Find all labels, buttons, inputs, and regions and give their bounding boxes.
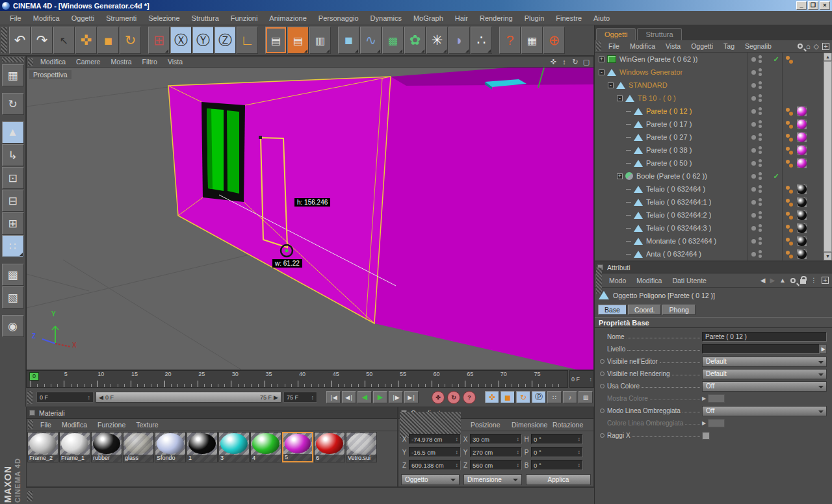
- key-position-toggle[interactable]: ✜: [485, 391, 499, 403]
- om-menu-item[interactable]: File: [603, 42, 625, 50]
- object-tree-row[interactable]: Parete ( 0 12 ) ✓: [595, 105, 824, 118]
- menu-item[interactable]: Plugin: [519, 14, 551, 22]
- material-name[interactable]: Sfondo: [155, 455, 185, 462]
- phong-tag-icon[interactable]: [786, 120, 794, 129]
- attr-menu-item[interactable]: Modo: [604, 277, 631, 284]
- sep3[interactable]: [2, 258, 24, 263]
- visibility-dots[interactable]: [747, 208, 770, 221]
- material-name[interactable]: rubber: [92, 455, 122, 462]
- object-name[interactable]: Parete ( 0 50 ): [646, 159, 692, 167]
- spinner-arrows-icon[interactable]: ↕: [590, 376, 593, 383]
- position-field[interactable]: -16.5 cm↕: [409, 447, 461, 457]
- object-tree-row[interactable]: Telaio ( 0 632464:3 ) ✓: [595, 221, 824, 234]
- model-mode-icon[interactable]: ▲: [2, 121, 24, 144]
- lock-x-axis-icon[interactable]: Ⓧ: [170, 27, 192, 54]
- texture-tag-icon[interactable]: [797, 197, 807, 207]
- scrollbar-thumb[interactable]: [824, 61, 832, 252]
- add-scene-icon[interactable]: ◗: [448, 27, 470, 54]
- object-name[interactable]: Parete ( 0 27 ): [646, 133, 692, 141]
- phong-tag-icon[interactable]: [786, 107, 794, 116]
- key-rotation-toggle[interactable]: ↻: [516, 391, 530, 403]
- visibility-dots[interactable]: [747, 53, 770, 66]
- coordinate-mode-dropdown[interactable]: Oggetto: [401, 474, 460, 485]
- zoom-view-icon[interactable]: ↕: [560, 58, 569, 66]
- sep2[interactable]: [259, 27, 265, 54]
- object-name[interactable]: Telaio ( 0 632464:3 ): [646, 224, 711, 232]
- edge-mode-icon[interactable]: ⊟: [2, 190, 24, 212]
- material-name[interactable]: 1: [187, 455, 217, 462]
- palette-drag-handle[interactable]: [2, 57, 24, 62]
- online-updater-icon[interactable]: ⊕: [543, 27, 565, 54]
- help-icon[interactable]: ?: [499, 27, 521, 54]
- texture-tag-icon[interactable]: [797, 249, 807, 259]
- object-type-icon[interactable]: [607, 55, 616, 63]
- tag-column[interactable]: [782, 221, 824, 234]
- apply-button[interactable]: Applica: [526, 474, 591, 485]
- object-name[interactable]: Parete ( 0 17 ): [646, 120, 692, 128]
- texture-tag-icon[interactable]: [797, 132, 807, 142]
- phong-tag-icon[interactable]: [786, 55, 794, 64]
- texture-tag-icon[interactable]: [797, 236, 807, 246]
- texture-tag-icon[interactable]: [797, 223, 807, 233]
- om-menu-item[interactable]: Oggetti: [686, 42, 718, 50]
- menu-item[interactable]: Oggetti: [66, 14, 100, 22]
- object-type-icon[interactable]: [634, 147, 643, 154]
- phong-tag-icon[interactable]: [786, 133, 794, 142]
- object-type-icon[interactable]: [607, 69, 616, 76]
- menu-item[interactable]: Strumenti: [100, 14, 142, 22]
- sound-toggle[interactable]: ♪: [563, 391, 577, 403]
- goto-end-button[interactable]: ▶∣: [404, 391, 419, 403]
- om-drag-handle[interactable]: [596, 42, 601, 51]
- redo-icon[interactable]: ↷: [31, 27, 53, 54]
- phong-tag-icon[interactable]: [786, 211, 794, 220]
- menu-item[interactable]: Animazione: [263, 14, 312, 22]
- key-pla-toggle[interactable]: ∷: [547, 391, 562, 403]
- key-parameter-toggle[interactable]: Ⓟ: [532, 391, 546, 403]
- title-bar[interactable]: CINEMA 4D - [Windows Generator.c4d *] _❐…: [0, 0, 832, 11]
- rotation-field[interactable]: 0 °↕: [531, 447, 583, 457]
- position-field[interactable]: -74.978 cm↕: [409, 434, 461, 444]
- visibility-dots[interactable]: [747, 92, 770, 105]
- material-name[interactable]: 6: [315, 455, 344, 462]
- phong-tag-icon[interactable]: [786, 250, 794, 258]
- add-deformer-icon[interactable]: ✳: [426, 27, 448, 54]
- tag-column[interactable]: [782, 118, 824, 131]
- transport-drag-handle[interactable]: [27, 391, 32, 404]
- attr-menu-item[interactable]: Dati Utente: [667, 277, 712, 284]
- camera-label[interactable]: Prospettiva: [29, 70, 72, 79]
- phong-tag-icon[interactable]: [786, 237, 794, 246]
- viewport-menu-item[interactable]: Camere: [71, 58, 105, 66]
- object-type-icon[interactable]: [634, 186, 643, 193]
- viewport[interactable]: ModificaCamereMostraFiltroVista ✜↕↻▢: [26, 56, 594, 370]
- toolbar-drag-handle[interactable]: [1, 27, 7, 53]
- object-tree-row[interactable]: STANDARD ✓: [595, 79, 824, 92]
- lock-y-axis-icon[interactable]: Ⓨ: [192, 27, 214, 54]
- texture-axis-mode-icon[interactable]: ▧: [2, 286, 24, 309]
- add-nurbs-icon[interactable]: ▩: [382, 27, 404, 54]
- material-name[interactable]: Frame_2: [28, 455, 58, 462]
- autokeying-button[interactable]: ↻: [447, 391, 460, 404]
- object-type-icon[interactable]: [634, 121, 643, 128]
- visibility-dots[interactable]: [747, 247, 770, 260]
- tag-column[interactable]: [782, 131, 824, 144]
- lock-icon[interactable]: [800, 279, 806, 284]
- range-left-arrow-icon[interactable]: ◀: [99, 394, 103, 401]
- visibility-dots[interactable]: [747, 131, 770, 144]
- maximize-view-icon[interactable]: ▢: [582, 58, 591, 66]
- object-tree-row[interactable]: Parete ( 0 27 ) ✓: [595, 131, 824, 144]
- visibility-dots[interactable]: [747, 234, 770, 247]
- object-name[interactable]: Telaio ( 0 632464:2 ): [646, 211, 711, 219]
- object-tree-row[interactable]: Windows Generator ✓: [595, 66, 824, 79]
- menu-item[interactable]: Funzioni: [225, 14, 264, 22]
- menu-item[interactable]: Aiuto: [588, 14, 616, 22]
- tag-column[interactable]: [782, 105, 824, 118]
- viewport-menu-item[interactable]: Filtro: [137, 58, 162, 66]
- size-field[interactable]: 560 cm↕: [470, 460, 522, 470]
- pan-view-icon[interactable]: ✜: [549, 58, 558, 66]
- tab-base[interactable]: Base: [598, 305, 627, 315]
- materials-menu-item[interactable]: Texture: [131, 421, 163, 429]
- sep4[interactable]: [2, 309, 24, 314]
- object-axis-mode-icon[interactable]: ↳: [2, 144, 24, 166]
- object-name[interactable]: Montante ( 0 632464 ): [646, 237, 716, 245]
- object-type-icon[interactable]: [634, 199, 643, 206]
